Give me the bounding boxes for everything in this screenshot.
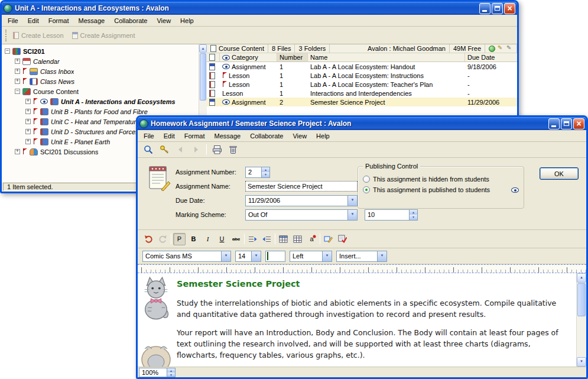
file-row-selected[interactable]: Assignment 2 Semester Science Project 11… xyxy=(207,98,517,106)
marking-scheme-select[interactable]: Out Of xyxy=(245,209,358,221)
chevron-down-icon[interactable] xyxy=(251,251,261,261)
chevron-down-icon[interactable] xyxy=(322,251,332,261)
numbered-list-button[interactable] xyxy=(246,233,259,245)
menu-collaborate[interactable]: Collaborate xyxy=(245,131,288,141)
menu-file[interactable]: File xyxy=(3,16,23,25)
scroll-up-icon[interactable] xyxy=(577,273,586,283)
expand-icon[interactable] xyxy=(15,79,20,84)
file-row[interactable]: Lesson 1 Lab A - A Local Ecosystem: Inst… xyxy=(207,71,517,80)
menu-help[interactable]: Help xyxy=(311,131,334,141)
document-text[interactable]: Semester Science Project Study the inter… xyxy=(174,273,586,367)
collapse-icon[interactable] xyxy=(5,48,10,54)
tree-item-calendar[interactable]: Calendar xyxy=(2,56,199,66)
radio-hidden-option[interactable]: This assignment is hidden from students xyxy=(363,174,519,184)
expand-icon[interactable] xyxy=(25,119,31,124)
font-family-select[interactable]: Comic Sans MS xyxy=(142,251,231,262)
scrollbar-thumb[interactable] xyxy=(577,283,586,316)
column-header-category[interactable]: Category xyxy=(220,53,277,61)
ok-button[interactable]: OK xyxy=(540,167,579,180)
scrollbar-thumb[interactable] xyxy=(200,53,206,101)
menu-edit[interactable]: Edit xyxy=(23,16,44,25)
paragraph-marks-button[interactable]: P xyxy=(173,233,186,245)
maximize-button[interactable] xyxy=(492,3,503,14)
menu-edit[interactable]: Edit xyxy=(159,131,180,141)
content-scrollbar[interactable] xyxy=(576,273,586,367)
assignment-number-stepper[interactable]: 2 xyxy=(245,167,270,178)
font-color-button[interactable]: a xyxy=(306,233,318,245)
menu-collaborate[interactable]: Collaborate xyxy=(109,16,152,25)
tree-item-sci201[interactable]: SCI201 xyxy=(2,46,199,56)
chevron-down-icon[interactable] xyxy=(377,251,386,261)
spin-up-icon[interactable] xyxy=(410,210,417,215)
create-assignment-button[interactable]: Create Assignment xyxy=(70,31,138,40)
expand-icon[interactable] xyxy=(25,129,31,134)
create-lesson-button[interactable]: Create Lesson xyxy=(11,31,66,40)
scroll-up-icon[interactable] xyxy=(199,44,207,53)
expand-icon[interactable] xyxy=(25,139,31,144)
compose-icon[interactable] xyxy=(506,46,513,52)
column-header-due-date[interactable]: Due Date xyxy=(465,53,517,61)
tree-item-class-inbox[interactable]: Class Inbox xyxy=(2,66,199,76)
menu-format[interactable]: Format xyxy=(180,131,210,141)
menu-view[interactable]: View xyxy=(288,131,311,141)
insert-table-button[interactable] xyxy=(277,233,290,245)
column-header-name[interactable]: Name xyxy=(308,53,465,61)
insert-select[interactable]: Insert... xyxy=(336,251,387,262)
find-button[interactable] xyxy=(142,144,154,156)
spin-down-icon[interactable] xyxy=(410,215,417,220)
tree-item-unit-a[interactable]: Unit A - Interactions and Ecosystems xyxy=(2,96,199,106)
next-item-button[interactable] xyxy=(190,144,202,156)
maximize-button[interactable] xyxy=(561,118,572,129)
font-color-swatch[interactable] xyxy=(265,251,285,262)
redo-button[interactable] xyxy=(157,233,169,245)
status-icon[interactable] xyxy=(489,46,495,52)
chevron-down-icon[interactable] xyxy=(347,210,357,220)
strikethrough-button[interactable]: abc xyxy=(230,233,242,245)
title-bar[interactable]: Unit A - Interactions and Ecosystems : A… xyxy=(2,2,517,15)
minimize-button[interactable] xyxy=(479,3,490,14)
expand-icon[interactable] xyxy=(25,109,31,114)
radio-published-option[interactable]: This assignment is published to students xyxy=(363,184,519,195)
expand-icon[interactable] xyxy=(15,69,20,74)
spin-up-icon[interactable] xyxy=(262,167,269,173)
close-button[interactable] xyxy=(573,118,584,129)
column-header-number[interactable]: Number xyxy=(277,53,308,61)
file-row[interactable]: Lesson 1 Lab A - A Local Ecosystem: Teac… xyxy=(207,80,517,89)
tree-item-class-news[interactable]: Class News xyxy=(2,76,199,86)
delete-button[interactable] xyxy=(227,144,239,156)
spin-down-icon[interactable] xyxy=(262,172,269,177)
editor-content[interactable]: Semester Science Project Study the inter… xyxy=(138,273,586,367)
insert-field-button[interactable] xyxy=(322,233,334,245)
edit-icon[interactable] xyxy=(498,46,504,52)
marking-points-stepper[interactable]: 10 xyxy=(365,209,418,221)
due-date-select[interactable]: 11/29/2006 xyxy=(245,195,358,206)
bold-button[interactable]: B xyxy=(187,233,200,245)
menu-view[interactable]: View xyxy=(152,16,176,25)
radio-checked-icon[interactable] xyxy=(363,186,370,193)
undo-button[interactable] xyxy=(142,233,155,245)
expand-icon[interactable] xyxy=(25,99,31,104)
chevron-down-icon[interactable] xyxy=(347,196,357,206)
alignment-select[interactable]: Left xyxy=(290,251,332,262)
prev-item-button[interactable] xyxy=(174,144,186,156)
title-bar[interactable]: Homework Assignment / Semester Science P… xyxy=(138,117,586,130)
file-row[interactable]: Assignment 1 Lab A - A Local Ecosystem: … xyxy=(207,62,517,71)
menu-message[interactable]: Message xyxy=(74,16,110,25)
radio-icon[interactable] xyxy=(363,176,370,183)
expand-icon[interactable] xyxy=(15,149,20,154)
file-row[interactable]: Lesson 1 Interactions and Interdependenc… xyxy=(207,89,517,98)
menu-format[interactable]: Format xyxy=(44,16,74,25)
font-size-select[interactable]: 14 xyxy=(235,251,261,262)
expand-icon[interactable] xyxy=(15,59,20,64)
menu-message[interactable]: Message xyxy=(210,131,246,141)
italic-button[interactable]: I xyxy=(202,233,214,245)
spin-down-icon[interactable] xyxy=(167,372,175,377)
underline-button[interactable]: U xyxy=(216,233,228,245)
indent-button[interactable] xyxy=(261,233,273,245)
scroll-down-icon[interactable] xyxy=(577,357,586,367)
zoom-select[interactable]: 100% xyxy=(139,368,176,377)
menu-file[interactable]: File xyxy=(139,131,159,141)
print-button[interactable] xyxy=(211,144,223,156)
toolbar-grip[interactable] xyxy=(5,30,7,41)
table-properties-button[interactable] xyxy=(291,233,304,245)
